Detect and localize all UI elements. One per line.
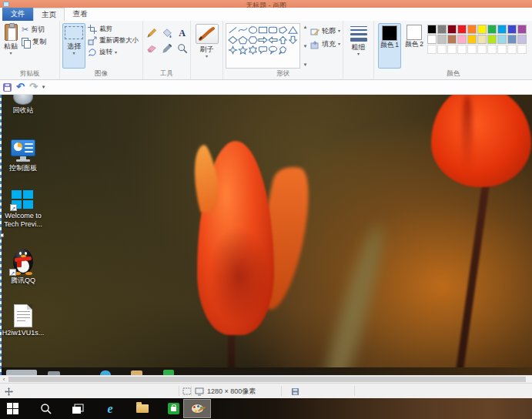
store-button[interactable] xyxy=(166,402,180,415)
shapes-scroll-down[interactable]: ▼ xyxy=(303,44,308,49)
palette-swatch[interactable] xyxy=(517,35,527,44)
palette-empty-slot[interactable] xyxy=(467,45,477,54)
shapes-scroll-up[interactable]: ▲ xyxy=(303,25,308,29)
text-tool[interactable]: A xyxy=(176,26,189,40)
palette-swatch[interactable] xyxy=(437,25,447,34)
palette-swatch[interactable] xyxy=(517,25,527,34)
search-icon xyxy=(40,403,52,414)
undo-button[interactable]: ↶ xyxy=(16,82,25,92)
color1-button[interactable]: 颜色 1 xyxy=(378,23,401,69)
palette-swatch[interactable] xyxy=(487,25,497,34)
task-view-button[interactable] xyxy=(71,402,85,415)
palette-swatch[interactable] xyxy=(497,35,507,44)
palette-empty-slot[interactable] xyxy=(477,45,487,54)
shape-up-arrow[interactable] xyxy=(278,35,288,45)
shape-curve[interactable] xyxy=(238,25,248,35)
palette-empty-slot[interactable] xyxy=(427,45,437,54)
palette-swatch[interactable] xyxy=(467,35,477,44)
eraser-tool[interactable] xyxy=(145,42,159,55)
crop-button[interactable]: 裁剪 xyxy=(88,25,139,34)
palette-empty-slot[interactable] xyxy=(487,45,497,54)
palette-swatch[interactable] xyxy=(487,35,497,44)
rotate-button[interactable]: 旋转 ▾ xyxy=(88,48,139,57)
shape-diamond[interactable] xyxy=(228,35,238,45)
palette-swatch[interactable] xyxy=(457,35,467,44)
resize-button[interactable]: 重新调整大小 xyxy=(88,36,139,45)
paste-button[interactable]: 粘贴 ▾ xyxy=(2,23,19,69)
scrollbar-thumb[interactable] xyxy=(8,377,526,382)
tab-home[interactable]: 主页 xyxy=(33,8,65,21)
selection-handle[interactable] xyxy=(0,233,4,237)
palette-swatch[interactable] xyxy=(507,25,517,34)
scroll-left-arrow[interactable]: ‹ xyxy=(0,376,8,383)
select-dropdown-arrow: ▾ xyxy=(72,52,75,55)
shape-oval-callout[interactable] xyxy=(268,45,278,55)
paint-taskbar-button[interactable] xyxy=(190,402,204,415)
fill-tool[interactable] xyxy=(160,26,174,40)
shape-six-point-star[interactable] xyxy=(248,45,258,55)
palette-swatch[interactable] xyxy=(427,35,437,44)
shape-down-arrow[interactable] xyxy=(288,35,298,45)
desktop-icon-recycle-bin: 回收站 xyxy=(2,95,45,115)
start-button[interactable] xyxy=(5,402,19,415)
shape-line[interactable] xyxy=(228,25,238,35)
palette-empty-slot[interactable] xyxy=(497,45,507,54)
folder-icon xyxy=(136,404,149,413)
shape-cloud-callout[interactable] xyxy=(278,45,288,55)
palette-empty-slot[interactable] xyxy=(457,45,467,54)
palette-empty-slot[interactable] xyxy=(447,45,457,54)
shape-outline-button[interactable]: 轮廓 ▾ xyxy=(310,26,340,36)
internet-explorer-button[interactable]: e xyxy=(103,402,117,415)
palette-empty-slot[interactable] xyxy=(517,45,527,54)
palette-empty-slot[interactable] xyxy=(507,45,517,54)
shape-right-arrow[interactable] xyxy=(258,35,268,45)
palette-swatch[interactable] xyxy=(507,35,517,44)
palette-swatch[interactable] xyxy=(447,25,457,34)
shape-five-point-star[interactable] xyxy=(238,45,248,55)
paint-canvas[interactable]: 回收站 控制面板 ↗ Welcome to Tech Previ... ↗ 腾讯… xyxy=(0,95,532,375)
image-group-label: 图像 xyxy=(60,69,142,79)
shape-fill-button[interactable]: 填充 ▾ xyxy=(310,39,340,49)
titlebar: 无标题 - 画图 xyxy=(0,0,532,8)
palette-swatch[interactable] xyxy=(477,35,487,44)
size-button[interactable]: 粗细 ▾ xyxy=(349,23,369,69)
customize-qat-arrow[interactable]: ▾ xyxy=(42,84,45,90)
shapes-more-button[interactable]: ▼ xyxy=(303,62,308,67)
select-button[interactable]: 选择 ▾ xyxy=(62,23,85,69)
tab-file[interactable]: 文件 xyxy=(2,8,33,21)
shape-oval[interactable] xyxy=(248,25,258,35)
scissors-icon: ✂ xyxy=(22,25,28,34)
shape-left-arrow[interactable] xyxy=(268,35,278,45)
palette-swatch[interactable] xyxy=(437,35,447,44)
file-size-icon xyxy=(291,387,299,396)
shape-rectangle[interactable] xyxy=(258,25,268,35)
file-explorer-button[interactable] xyxy=(136,402,149,415)
brushes-button[interactable]: 刷子 ▾ xyxy=(194,23,220,69)
cut-button[interactable]: ✂ 剪切 xyxy=(22,25,46,35)
magnifier-tool[interactable] xyxy=(176,42,189,55)
redo-button[interactable]: ↷ xyxy=(29,82,38,92)
palette-empty-slot[interactable] xyxy=(437,45,447,54)
palette-swatch[interactable] xyxy=(427,25,437,34)
save-button[interactable] xyxy=(3,83,12,92)
shape-hexagon[interactable] xyxy=(248,35,258,45)
shape-pentagon[interactable] xyxy=(238,35,248,45)
palette-swatch[interactable] xyxy=(447,35,457,44)
shape-four-point-star[interactable] xyxy=(228,45,238,55)
palette-swatch[interactable] xyxy=(497,25,507,34)
eyedropper-tool[interactable] xyxy=(160,42,174,55)
palette-swatch[interactable] xyxy=(467,25,477,34)
shape-triangle[interactable] xyxy=(288,25,298,35)
pencil-tool[interactable] xyxy=(145,26,159,40)
horizontal-scrollbar[interactable]: ‹ xyxy=(0,375,532,383)
shape-rounded-rectangle[interactable] xyxy=(268,25,278,35)
search-button[interactable] xyxy=(38,402,52,415)
shape-rounded-callout[interactable] xyxy=(258,45,268,55)
text-icon: A xyxy=(179,28,186,39)
tab-view[interactable]: 查看 xyxy=(65,8,95,21)
color2-button[interactable]: 颜色 2 xyxy=(403,23,426,69)
palette-swatch[interactable] xyxy=(477,25,487,34)
palette-swatch[interactable] xyxy=(457,25,467,34)
shape-polygon[interactable] xyxy=(278,25,288,35)
copy-button[interactable]: 复制 xyxy=(22,37,46,47)
